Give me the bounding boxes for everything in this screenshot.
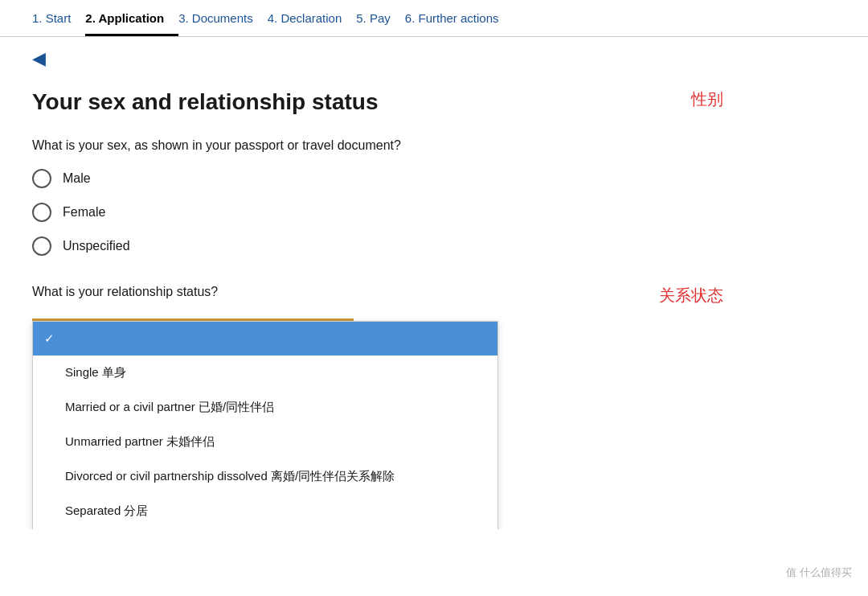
dropdown-item-label-4: Separated 分居: [65, 504, 148, 519]
back-button[interactable]: ◀: [32, 48, 46, 69]
main-content: Your sex and relationship status 性别 What…: [0, 80, 627, 529]
radio-item-female[interactable]: Female: [32, 203, 595, 222]
dropdown-item-4[interactable]: Separated 分居: [33, 494, 497, 528]
dropdown-item-label-2: Unmarried partner 未婚伴侣: [65, 434, 215, 450]
sex-radio-group: MaleFemaleUnspecified: [32, 169, 595, 256]
title-section: Your sex and relationship status 性别: [32, 88, 595, 116]
page-title: Your sex and relationship status: [32, 88, 595, 116]
dropdown-item-2[interactable]: Unmarried partner 未婚伴侣: [33, 425, 497, 459]
radio-item-male[interactable]: Male: [32, 169, 595, 188]
relationship-question-label: What is your relationship status?: [32, 285, 595, 299]
check-mark-icon: ✓: [44, 331, 57, 346]
annotation-sex: 性别: [691, 88, 723, 110]
nav-item-application[interactable]: 2. Application: [85, 0, 178, 36]
annotation-relationship: 关系状态: [659, 285, 723, 306]
sex-question-label: What is your sex, as shown in your passp…: [32, 138, 595, 153]
dropdown-item-1[interactable]: Married or a civil partner 已婚/同性伴侣: [33, 390, 497, 425]
dropdown-item-5[interactable]: Widowed or a surviving civil partner 丧偶/…: [33, 528, 497, 529]
nav-item-start[interactable]: 1. Start: [32, 0, 85, 36]
radio-item-unspecified[interactable]: Unspecified: [32, 236, 595, 256]
dropdown-item-label-0: Single 单身: [65, 365, 126, 380]
radio-circle-male: [32, 169, 51, 188]
dropdown-item-label-3: Divorced or civil partnership dissolved …: [65, 469, 395, 484]
nav-bar: 1. Start2. Application3. Documents4. Dec…: [0, 0, 868, 37]
nav-item-documents[interactable]: 3. Documents: [178, 0, 268, 36]
relationship-select-container: ✓ Single 单身Married or a civil partner 已婚…: [32, 306, 595, 321]
radio-circle-female: [32, 203, 51, 222]
nav-item-further-actions[interactable]: 6. Further actions: [405, 0, 514, 36]
radio-label-female: Female: [63, 205, 105, 220]
radio-label-unspecified: Unspecified: [63, 239, 130, 253]
dropdown-item-3[interactable]: Divorced or civil partnership dissolved …: [33, 459, 497, 494]
relationship-dropdown: ✓ Single 单身Married or a civil partner 已婚…: [32, 321, 498, 529]
radio-label-male: Male: [63, 171, 91, 186]
radio-circle-unspecified: [32, 236, 51, 256]
nav-item-pay[interactable]: 5. Pay: [356, 0, 405, 36]
dropdown-item-0[interactable]: Single 单身: [33, 356, 497, 390]
dropdown-item-label-1: Married or a civil partner 已婚/同性伴侣: [65, 400, 274, 415]
relationship-section: What is your relationship status? 关系状态 ✓…: [32, 285, 595, 321]
relationship-select-trigger[interactable]: [32, 306, 354, 321]
nav-item-declaration[interactable]: 4. Declaration: [268, 0, 357, 36]
dropdown-item-selected[interactable]: ✓: [33, 322, 497, 356]
